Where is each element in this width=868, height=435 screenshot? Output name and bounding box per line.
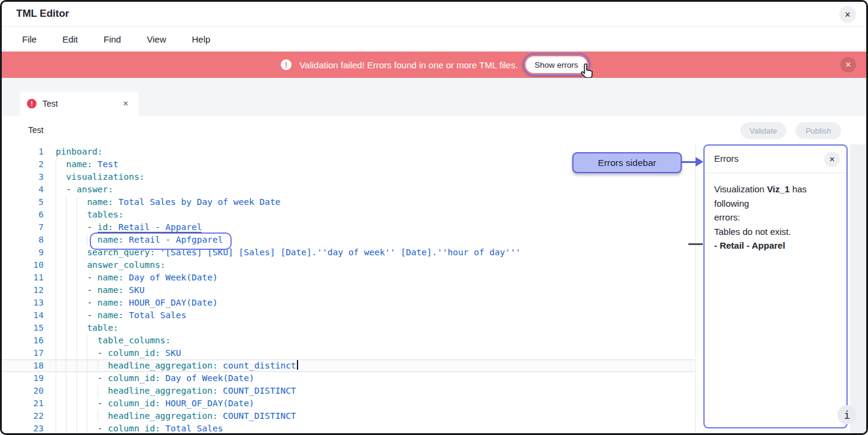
indent-guide [77,271,77,284]
indent-guide [56,196,56,209]
code-token: name: [98,285,124,295]
tab-test[interactable]: ! Test ✕ [20,92,138,116]
tab-error-icon: ! [27,99,37,108]
show-errors-button[interactable]: Show errors [526,56,587,73]
menu-help[interactable]: Help [192,34,210,44]
code-line[interactable]: 23 - column_id: Total Sales [2,422,694,433]
code-line[interactable]: 7 - id: Retail - Apparel [2,221,694,234]
line-number: 15 [20,322,44,334]
indent-guide [56,183,56,196]
code-token: name: [66,159,92,169]
code-line[interactable]: 21 - column_id: HOUR_OF_DAY(Date) [2,397,694,410]
line-number: 14 [20,309,44,322]
indent-guide [87,234,87,246]
code-token: - [98,424,108,433]
code-line[interactable]: 15 table: [2,322,694,334]
code-token: name: [87,197,113,207]
indent-guide [56,309,56,322]
code-token: SKU [160,348,181,358]
tab-close-icon[interactable]: ✕ [120,98,131,109]
code-editor[interactable]: 1pinboard:2 name: Test3 visualizations:4… [2,146,694,433]
indent-guide [56,347,56,360]
indent-guide [66,309,66,322]
code-line[interactable]: 22 headline_aggregation: COUNT_DISTINCT [2,410,694,422]
code-line[interactable]: 10 answer_columns: [2,259,694,271]
code-token: name: [98,310,124,320]
indent-guide [56,158,56,171]
code-token: visualizations: [66,172,144,182]
line-number: 19 [20,372,44,385]
info-badge[interactable]: i [837,405,857,424]
indent-guide [66,385,66,397]
validate-button[interactable]: Validate [740,122,786,139]
menu-edit[interactable]: Edit [62,34,78,44]
indent-guide [66,196,66,209]
error-text-line: Tables do not exist. [714,225,837,239]
indent-guide [98,360,98,372]
indent-guide [77,422,77,433]
line-number: 3 [20,171,44,183]
code-line[interactable]: 20 headline_aggregation: COUNT_DISTINCT [2,385,694,397]
line-number: 23 [20,422,44,433]
indent-guide [56,322,56,334]
code-token: - [87,273,97,282]
indent-guide [56,360,56,372]
code-token: search_query: [87,247,155,257]
publish-button[interactable]: Publish [796,122,841,139]
code-line[interactable]: 17 - column_id: SKU [2,347,694,360]
indent-guide [77,322,77,334]
code-token: Total Sales by Day of week Date [113,197,280,207]
code-line[interactable]: 18 headline_aggregation: count_distinct [2,360,694,372]
code-token: headline_aggregation: [108,411,217,421]
menu-view[interactable]: View [147,34,166,44]
menu-file[interactable]: File [22,34,37,44]
error-text-line: Visualization Viz_1 has following [714,182,837,210]
dialog-title: TML Editor [16,8,69,20]
line-number: 1 [20,146,44,158]
indent-guide [66,410,66,422]
code-line[interactable]: 14 - name: Total Sales [2,309,694,322]
banner-close-button[interactable]: ✕ [840,57,856,72]
code-token: pinboard: [56,147,103,156]
code-line[interactable]: 4 - answer: [2,183,694,196]
code-token: '[Sales] [SKU] [Sales] [Date].''day of w… [155,247,521,257]
code-token: column_id: [108,348,160,358]
menu-find[interactable]: Find [104,34,121,44]
callout-arrow-icon [696,157,703,167]
indent-guide [56,271,56,284]
code-token: - [87,298,97,307]
errors-sidebar-callout: Errors sidebar [572,152,682,173]
indent-guide [66,259,66,271]
indent-guide [66,221,66,234]
tab-label: Test [43,99,120,108]
code-line[interactable]: 13 - name: HOUR_OF_DAY(Date) [2,297,694,309]
code-line[interactable]: 9 search_query: '[Sales] [SKU] [Sales] [… [2,246,694,259]
code-token: column_id: [108,424,160,433]
indent-guide [77,284,77,297]
errors-panel-close-button[interactable]: ✕ [824,152,840,167]
code-line[interactable]: 12 - name: SKU [2,284,694,297]
indent-guide [87,422,87,433]
code-token: - [87,285,97,295]
tml-editor-dialog: TML Editor ✕ FileEditFindViewHelp ! Vali… [0,0,868,435]
indent-guide [87,397,87,410]
indent-guide [77,234,77,246]
indent-guide [77,372,77,385]
code-line[interactable]: 11 - name: Day of Week(Date) [2,271,694,284]
indent-guide [56,171,56,183]
indent-guide [66,347,66,360]
line-number: 10 [20,259,44,271]
error-text-line: - Retail - Apparel [714,238,837,253]
code-line[interactable]: 19 - column_id: Day of Week(Date) [2,372,694,385]
code-line[interactable]: 16 table_columns: [2,334,694,347]
dialog-close-button[interactable]: ✕ [839,6,856,23]
code-line[interactable]: 6 tables: [2,209,694,221]
code-token: answer: [77,185,113,194]
code-token: count_distinct [218,361,296,370]
code-line[interactable]: 5 name: Total Sales by Day of week Date [2,196,694,209]
indent-guide [56,334,56,347]
indent-guide [66,271,66,284]
indent-guide [77,397,77,410]
indent-guide [56,209,56,221]
code-line[interactable]: 8 name: Retail - Apfgparel [2,234,694,246]
